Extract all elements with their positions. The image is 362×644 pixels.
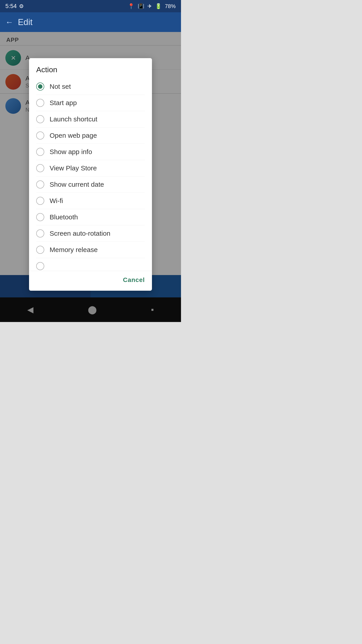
- radio-label-view-play-store: View Play Store: [50, 164, 97, 172]
- radio-option-show-app-info[interactable]: Show app info: [36, 144, 145, 160]
- radio-launch-shortcut[interactable]: [36, 115, 44, 123]
- radio-label-show-current-date: Show current date: [50, 181, 104, 188]
- settings-icon: ⚙: [19, 3, 24, 10]
- dialog-footer: Cancel: [29, 271, 152, 291]
- radio-option-extra[interactable]: [36, 258, 145, 271]
- radio-label-open-web-page: Open web page: [50, 132, 97, 139]
- battery-icon: 🔋: [155, 3, 162, 10]
- radio-extra[interactable]: [36, 262, 44, 270]
- radio-option-launch-shortcut[interactable]: Launch shortcut: [36, 111, 145, 128]
- radio-screen-auto-rotation[interactable]: [36, 230, 44, 238]
- radio-show-app-info[interactable]: [36, 148, 44, 156]
- radio-option-memory-release[interactable]: Memory release: [36, 242, 145, 258]
- radio-start-app[interactable]: [36, 99, 44, 107]
- radio-label-wifi: Wi-fi: [50, 197, 63, 204]
- radio-not-set[interactable]: [36, 82, 44, 90]
- radio-option-view-play-store[interactable]: View Play Store: [36, 160, 145, 176]
- radio-label-start-app: Start app: [50, 99, 77, 107]
- dialog-cancel-button[interactable]: Cancel: [123, 274, 145, 285]
- radio-option-start-app[interactable]: Start app: [36, 95, 145, 111]
- time-display: 5:54: [5, 3, 17, 10]
- back-button[interactable]: ←: [5, 18, 13, 27]
- radio-label-screen-auto-rotation: Screen auto-rotation: [50, 230, 110, 237]
- radio-bluetooth[interactable]: [36, 213, 44, 221]
- radio-view-play-store[interactable]: [36, 164, 44, 172]
- page-title: Edit: [18, 18, 32, 27]
- radio-memory-release[interactable]: [36, 246, 44, 254]
- dialog-options-list: Not set Start app Launch shortcut Open w…: [29, 78, 152, 271]
- airplane-icon: ✈: [147, 3, 152, 10]
- radio-label-memory-release: Memory release: [50, 246, 98, 254]
- radio-option-wifi[interactable]: Wi-fi: [36, 193, 145, 209]
- radio-wifi[interactable]: [36, 197, 44, 205]
- radio-label-show-app-info: Show app info: [50, 148, 92, 156]
- vibrate-icon: 📳: [138, 3, 144, 10]
- radio-option-bluetooth[interactable]: Bluetooth: [36, 209, 145, 226]
- radio-option-not-set[interactable]: Not set: [36, 78, 145, 95]
- status-left: 5:54 ⚙: [5, 3, 24, 10]
- radio-label-bluetooth: Bluetooth: [50, 213, 78, 221]
- status-bar: 5:54 ⚙ 📍 📳 ✈ 🔋 78%: [0, 0, 181, 12]
- radio-option-open-web-page[interactable]: Open web page: [36, 128, 145, 144]
- radio-label-launch-shortcut: Launch shortcut: [50, 116, 97, 123]
- radio-show-current-date[interactable]: [36, 180, 44, 188]
- radio-open-web-page[interactable]: [36, 132, 44, 140]
- action-dialog: Action Not set Start app Launch shortcut…: [29, 58, 152, 291]
- dialog-title: Action: [29, 58, 152, 78]
- radio-option-screen-auto-rotation[interactable]: Screen auto-rotation: [36, 226, 145, 242]
- location-icon: 📍: [128, 3, 134, 10]
- app-bar: ← Edit: [0, 12, 181, 32]
- battery-percent: 78%: [165, 3, 176, 10]
- radio-option-show-current-date[interactable]: Show current date: [36, 176, 145, 193]
- radio-label-not-set: Not set: [50, 83, 71, 90]
- status-right: 📍 📳 ✈ 🔋 78%: [128, 3, 176, 10]
